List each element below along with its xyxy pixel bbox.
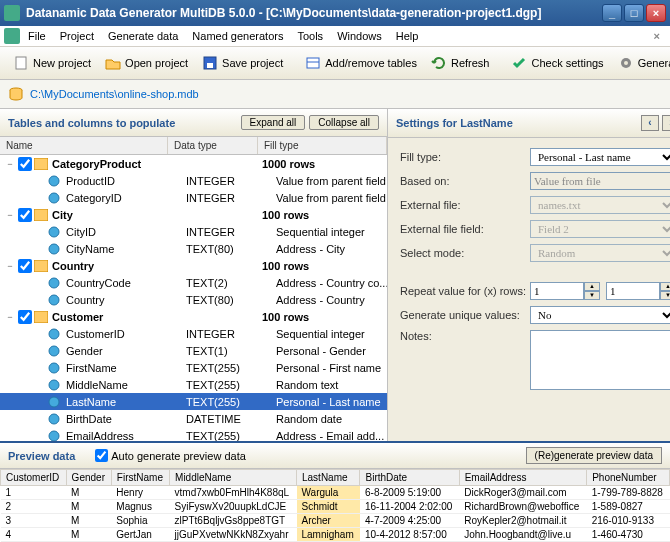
column-row[interactable]: GenderTEXT(1)Personal - Gender bbox=[0, 342, 387, 359]
column-row[interactable]: CityIDINTEGERSequential integer bbox=[0, 223, 387, 240]
prev-field-button[interactable]: ‹ bbox=[641, 115, 659, 131]
collapse-all-button[interactable]: Collapse all bbox=[309, 115, 379, 130]
auto-generate-checkbox[interactable]: Auto generate preview data bbox=[95, 449, 246, 462]
tree[interactable]: −CategoryProduct1000 rowsProductIDINTEGE… bbox=[0, 155, 387, 441]
window-title: Datanamic Data Generator MultiDB 5.0.0 -… bbox=[26, 6, 602, 20]
next-field-button[interactable]: › bbox=[662, 115, 670, 131]
grid-row[interactable]: 3MSophiazlPTt6BqljvGs8ppe8TGTArcher4-7-2… bbox=[1, 514, 670, 528]
collapse-icon[interactable]: − bbox=[4, 210, 16, 220]
collapse-icon[interactable]: − bbox=[4, 261, 16, 271]
gear-icon bbox=[618, 55, 634, 71]
column-row[interactable]: BirthDateDATETIMERandom date bbox=[0, 410, 387, 427]
col-name[interactable]: Name bbox=[0, 137, 168, 154]
grid-header[interactable]: MiddleName bbox=[170, 470, 297, 486]
column-row[interactable]: EmailAddressTEXT(255)Address - Email add… bbox=[0, 427, 387, 441]
grid-header[interactable]: BirthDate bbox=[360, 470, 459, 486]
column-icon bbox=[48, 175, 62, 187]
grid-row[interactable]: 2MMagnusSyiFyswXv20uupkLdCJESchmidt16-11… bbox=[1, 500, 670, 514]
table-row[interactable]: −Customer100 rows bbox=[0, 308, 387, 325]
repeat-to-input[interactable] bbox=[606, 282, 660, 300]
grid-row[interactable]: 1MHenryvtmd7xwb0FmHlh4K88qLWargula6-8-20… bbox=[1, 486, 670, 500]
svg-point-16 bbox=[49, 244, 59, 254]
svg-point-19 bbox=[49, 295, 59, 305]
add-remove-tables-button[interactable]: Add/remove tables bbox=[298, 51, 424, 75]
mdi-close-button[interactable]: × bbox=[648, 30, 666, 42]
generate-test-data-button[interactable]: Generate test data ▼ bbox=[611, 51, 670, 75]
refresh-icon bbox=[431, 55, 447, 71]
svg-rect-17 bbox=[34, 260, 48, 272]
collapse-icon[interactable]: − bbox=[4, 159, 16, 169]
maximize-button[interactable]: □ bbox=[624, 4, 644, 22]
grid-header[interactable]: CustomerID bbox=[1, 470, 67, 486]
svg-rect-20 bbox=[34, 311, 48, 323]
notes-textarea[interactable] bbox=[530, 330, 670, 390]
menu-generate-data[interactable]: Generate data bbox=[102, 28, 184, 44]
col-datatype[interactable]: Data type bbox=[168, 137, 258, 154]
column-row[interactable]: CustomerIDINTEGERSequential integer bbox=[0, 325, 387, 342]
column-icon bbox=[48, 328, 62, 340]
svg-point-18 bbox=[49, 278, 59, 288]
svg-point-23 bbox=[49, 363, 59, 373]
grid-header[interactable]: PhoneNumber bbox=[587, 470, 670, 486]
toolbar: New project Open project Save project Ad… bbox=[0, 47, 670, 80]
column-row[interactable]: FirstNameTEXT(255)Personal - First name bbox=[0, 359, 387, 376]
column-row[interactable]: ProductIDINTEGERValue from parent field bbox=[0, 172, 387, 189]
svg-point-13 bbox=[49, 193, 59, 203]
grid-header[interactable]: FirstName bbox=[111, 470, 169, 486]
open-project-button[interactable]: Open project bbox=[98, 51, 195, 75]
column-icon bbox=[48, 192, 62, 204]
menu-tools[interactable]: Tools bbox=[291, 28, 329, 44]
spin-down-icon[interactable]: ▼ bbox=[584, 291, 600, 300]
basedon-input bbox=[530, 172, 670, 190]
collapse-icon[interactable]: − bbox=[4, 312, 16, 322]
menu-help[interactable]: Help bbox=[390, 28, 425, 44]
column-row[interactable]: CountryCodeTEXT(2)Address - Country co..… bbox=[0, 274, 387, 291]
grid-header[interactable]: Gender bbox=[66, 470, 111, 486]
svg-point-21 bbox=[49, 329, 59, 339]
column-row[interactable]: CategoryIDINTEGERValue from parent field bbox=[0, 189, 387, 206]
column-icon bbox=[48, 396, 62, 408]
extfile-label: External file: bbox=[400, 199, 530, 211]
preview-title: Preview data bbox=[8, 450, 75, 462]
spin-up-icon[interactable]: ▲ bbox=[660, 282, 670, 291]
unique-select[interactable]: No bbox=[530, 306, 670, 324]
column-icon bbox=[48, 277, 62, 289]
column-row[interactable]: CountryTEXT(80)Address - Country bbox=[0, 291, 387, 308]
tables-columns-panel: Tables and columns to populate Expand al… bbox=[0, 109, 388, 441]
extfield-select: Field 2 bbox=[530, 220, 670, 238]
menu-file[interactable]: File bbox=[22, 28, 52, 44]
menu-windows[interactable]: Windows bbox=[331, 28, 388, 44]
table-row[interactable]: −Country100 rows bbox=[0, 257, 387, 274]
preview-grid[interactable]: CustomerIDGenderFirstNameMiddleNameLastN… bbox=[0, 469, 670, 542]
repeat-from-input[interactable] bbox=[530, 282, 584, 300]
table-checkbox[interactable] bbox=[18, 310, 32, 324]
table-row[interactable]: −CategoryProduct1000 rows bbox=[0, 155, 387, 172]
database-icon bbox=[8, 86, 24, 102]
menu-project[interactable]: Project bbox=[54, 28, 100, 44]
table-checkbox[interactable] bbox=[18, 208, 32, 222]
expand-all-button[interactable]: Expand all bbox=[241, 115, 306, 130]
minimize-button[interactable]: _ bbox=[602, 4, 622, 22]
table-checkbox[interactable] bbox=[18, 259, 32, 273]
new-project-button[interactable]: New project bbox=[6, 51, 98, 75]
col-filltype[interactable]: Fill type bbox=[258, 137, 387, 154]
menu-named-generators[interactable]: Named generators bbox=[186, 28, 289, 44]
table-row[interactable]: −City100 rows bbox=[0, 206, 387, 223]
column-row[interactable]: LastNameTEXT(255)Personal - Last name bbox=[0, 393, 387, 410]
spin-up-icon[interactable]: ▲ bbox=[584, 282, 600, 291]
refresh-button[interactable]: Refresh bbox=[424, 51, 497, 75]
grid-header[interactable]: EmailAddress bbox=[459, 470, 586, 486]
spin-down-icon[interactable]: ▼ bbox=[660, 291, 670, 300]
column-row[interactable]: MiddleNameTEXT(255)Random text bbox=[0, 376, 387, 393]
repeat-label: Repeat value for (x) rows: bbox=[400, 285, 530, 297]
column-row[interactable]: CityNameTEXT(80)Address - City bbox=[0, 240, 387, 257]
filltype-select[interactable]: Personal - Last name bbox=[530, 148, 670, 166]
check-settings-button[interactable]: Check settings bbox=[504, 51, 610, 75]
save-project-button[interactable]: Save project bbox=[195, 51, 290, 75]
grid-header[interactable]: LastName bbox=[297, 470, 360, 486]
table-checkbox[interactable] bbox=[18, 157, 32, 171]
column-icon bbox=[48, 294, 62, 306]
close-button[interactable]: × bbox=[646, 4, 666, 22]
regenerate-button[interactable]: (Re)generate preview data bbox=[526, 447, 662, 464]
grid-row[interactable]: 4MGertJanjjGuPXvetwNKkN8ZxyahrLamnigham1… bbox=[1, 528, 670, 542]
